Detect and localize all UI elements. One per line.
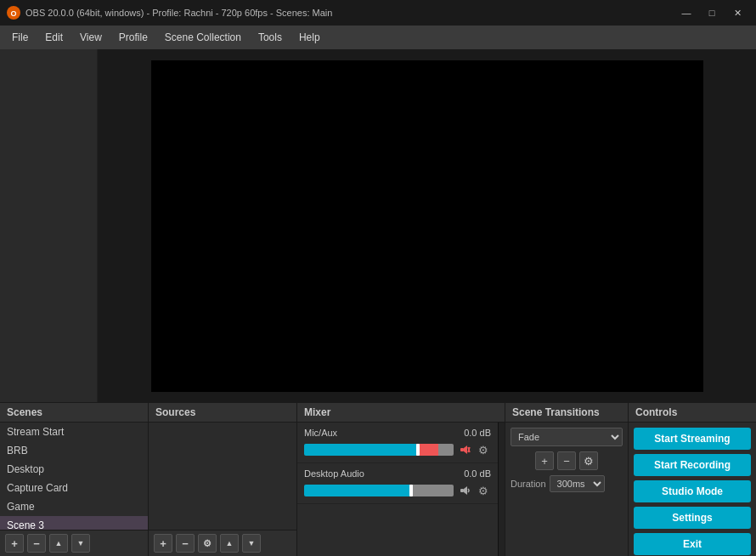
scenes-toolbar: + − ▲ ▼ <box>0 530 148 556</box>
maximize-button[interactable]: □ <box>700 4 724 21</box>
window-title: OBS 20.0.0 (64bit, windows) - Profile: R… <box>25 8 332 18</box>
start-streaming-button[interactable]: Start Streaming <box>634 428 751 450</box>
mixer-mic-fader-row: ⚙ <box>304 442 491 457</box>
duration-row: Duration 300ms 500ms 1000ms <box>511 475 623 492</box>
scene-move-down-button[interactable]: ▼ <box>71 534 90 553</box>
mixer-mic-header: Mic/Aux 0.0 dB <box>304 428 491 438</box>
transitions-header: Scene Transitions <box>505 403 628 423</box>
mixer-desktop-settings-button[interactable]: ⚙ <box>476 483 491 498</box>
window-controls: — □ ✕ <box>674 4 749 21</box>
mixer-mic-settings-button[interactable]: ⚙ <box>476 442 491 457</box>
duration-select[interactable]: 300ms 500ms 1000ms <box>550 475 605 492</box>
mixer-desktop-header: Desktop Audio 0.0 dB <box>304 468 491 479</box>
sources-panel: Sources + − ⚙ ▲ ▼ <box>149 403 297 556</box>
mixer-mic-mute-button[interactable] <box>457 442 472 457</box>
mixer-desktop-fader-row: ⚙ <box>304 483 491 498</box>
source-move-down-button[interactable]: ▼ <box>242 534 261 553</box>
mixer-header: Mixer <box>297 403 505 423</box>
mixer-desktop-name: Desktop Audio <box>304 468 364 479</box>
scene-item-desktop[interactable]: Desktop <box>0 460 148 479</box>
sources-toolbar: + − ⚙ ▲ ▼ <box>149 530 296 556</box>
mixer-desktop-thumb <box>409 485 413 496</box>
sources-header: Sources <box>149 403 296 423</box>
svg-rect-6 <box>460 489 464 492</box>
duration-label: Duration <box>511 479 546 489</box>
exit-button[interactable]: Exit <box>634 533 751 555</box>
controls-body: Start Streaming Start Recording Studio M… <box>629 423 756 556</box>
source-add-button[interactable]: + <box>154 534 172 553</box>
scenes-header: Scenes <box>0 403 148 423</box>
mixer-desktop-fader[interactable] <box>304 485 454 496</box>
transitions-type-select[interactable]: Fade Cut Swipe Slide Stinger Fade to Col… <box>511 428 623 446</box>
mixer-channel-desktop: Desktop Audio 0.0 dB <box>297 463 498 504</box>
mixer-panel: Mixer Mic/Aux 0.0 dB <box>297 403 505 556</box>
mixer-channel-mic: Mic/Aux 0.0 dB <box>297 423 498 463</box>
transition-remove-button[interactable]: − <box>557 451 576 470</box>
mixer-mic-db: 0.0 dB <box>464 428 491 438</box>
transitions-panel: Scene Transitions Fade Cut Swipe Slide S… <box>505 403 629 556</box>
menu-scene-collection[interactable]: Scene Collection <box>156 28 250 47</box>
scenes-panel: Scenes Stream Start BRB Desktop Capture … <box>0 403 149 556</box>
mixer-mic-name: Mic/Aux <box>304 428 337 438</box>
menu-tools[interactable]: Tools <box>250 28 291 47</box>
close-button[interactable]: ✕ <box>725 4 749 21</box>
scene-item-scene3[interactable]: Scene 3 <box>0 516 148 530</box>
scene-move-up-button[interactable]: ▲ <box>49 534 68 553</box>
titlebar-left: O OBS 20.0.0 (64bit, windows) - Profile:… <box>7 6 332 20</box>
mixer-desktop-mute-button[interactable] <box>457 483 472 498</box>
transitions-body: Fade Cut Swipe Slide Stinger Fade to Col… <box>505 423 628 556</box>
start-recording-button[interactable]: Start Recording <box>634 454 751 476</box>
source-settings-button[interactable]: ⚙ <box>198 534 217 553</box>
scene-item-brb[interactable]: BRB <box>0 441 148 460</box>
preview-canvas <box>151 60 703 392</box>
source-move-up-button[interactable]: ▲ <box>220 534 239 553</box>
source-remove-button[interactable]: − <box>176 534 195 553</box>
main-area <box>0 49 756 402</box>
app-icon: O <box>7 6 20 20</box>
scene-list: Stream Start BRB Desktop Capture Card Ga… <box>0 423 148 530</box>
mixer-mic-thumb <box>416 444 420 456</box>
source-list <box>149 423 296 530</box>
menubar: File Edit View Profile Scene Collection … <box>0 26 756 49</box>
scene-add-button[interactable]: + <box>5 534 24 553</box>
transitions-toolbar: + − ⚙ <box>511 451 623 470</box>
menu-help[interactable]: Help <box>291 28 329 47</box>
scene-item-game[interactable]: Game <box>0 497 148 516</box>
controls-header: Controls <box>629 403 756 423</box>
mixer-desktop-db: 0.0 dB <box>464 468 491 479</box>
scene-item-stream-start[interactable]: Stream Start <box>0 423 148 441</box>
menu-edit[interactable]: Edit <box>37 28 71 47</box>
settings-button[interactable]: Settings <box>634 507 751 529</box>
transition-add-button[interactable]: + <box>535 451 554 470</box>
bottom-area: Scenes Stream Start BRB Desktop Capture … <box>0 402 756 556</box>
scene-remove-button[interactable]: − <box>27 534 46 553</box>
mixer-inner: Mic/Aux 0.0 dB <box>297 423 505 556</box>
svg-text:O: O <box>10 9 16 18</box>
minimize-button[interactable]: — <box>674 4 698 21</box>
menu-view[interactable]: View <box>71 28 110 47</box>
preview-container <box>98 49 756 402</box>
mixer-mic-fader[interactable] <box>304 444 454 456</box>
left-panel <box>0 49 98 402</box>
menu-profile[interactable]: Profile <box>110 28 156 47</box>
studio-mode-button[interactable]: Studio Mode <box>634 480 751 502</box>
transition-settings-button[interactable]: ⚙ <box>579 451 598 470</box>
controls-panel: Controls Start Streaming Start Recording… <box>629 403 756 556</box>
titlebar: O OBS 20.0.0 (64bit, windows) - Profile:… <box>0 0 756 26</box>
menu-file[interactable]: File <box>3 28 37 47</box>
svg-rect-2 <box>460 448 464 451</box>
scene-item-capture-card[interactable]: Capture Card <box>0 479 148 497</box>
mixer-scrollbar[interactable] <box>498 423 505 556</box>
svg-marker-3 <box>464 445 467 454</box>
svg-marker-7 <box>464 486 467 495</box>
mixer-channels: Mic/Aux 0.0 dB <box>297 423 498 556</box>
